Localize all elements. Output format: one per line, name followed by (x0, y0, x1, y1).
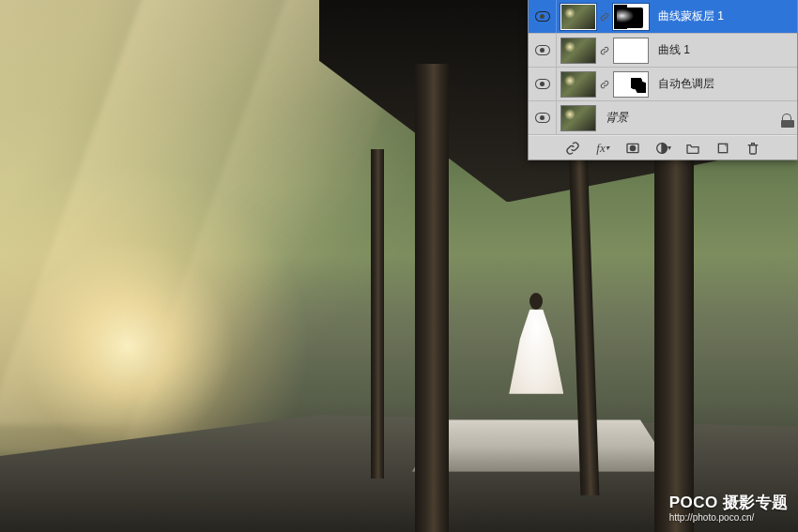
new-layer-button[interactable] (714, 140, 731, 157)
layer-thumbnail[interactable] (560, 4, 596, 30)
layer-label[interactable]: 自动色调层 (652, 76, 797, 92)
layer-label[interactable]: 背景 (600, 110, 776, 126)
link-icon (600, 44, 609, 57)
delete-layer-button[interactable] (744, 140, 761, 157)
layer-thumbnail[interactable] (560, 71, 596, 98)
layer-row[interactable]: 曲线 1 (529, 34, 797, 68)
visibility-toggle[interactable] (529, 68, 557, 100)
visibility-toggle[interactable] (529, 101, 557, 134)
visibility-toggle[interactable] (529, 34, 557, 67)
eye-icon (535, 11, 550, 22)
eye-icon (535, 79, 550, 89)
lock-indicator[interactable] (776, 114, 797, 123)
link-icon (600, 78, 609, 91)
pillar (371, 149, 384, 479)
layer-effects-button[interactable]: fx▾ (594, 140, 611, 157)
layer-row[interactable]: 自动色调层 (529, 68, 797, 101)
layers-panel: 曲线蒙板层 1 曲线 1 自动色调层 (528, 0, 798, 160)
layer-row[interactable]: 曲线蒙板层 1 (529, 0, 797, 34)
layer-mask-thumbnail[interactable] (613, 4, 649, 30)
person-figure (514, 293, 558, 394)
visibility-toggle[interactable] (529, 0, 557, 33)
link-icon (600, 10, 609, 23)
eye-icon (535, 45, 550, 55)
layer-mask-thumbnail[interactable] (613, 38, 649, 64)
new-adjustment-layer-button[interactable]: ▾ (654, 140, 671, 157)
pavilion-floor (412, 419, 673, 471)
layer-row[interactable]: 背景 (529, 101, 797, 135)
svg-point-1 (630, 145, 635, 150)
fx-icon: fx (596, 141, 605, 156)
lock-icon (782, 114, 791, 123)
layer-label[interactable]: 曲线 1 (652, 42, 797, 58)
link-layers-button[interactable] (564, 140, 581, 157)
add-mask-button[interactable] (624, 140, 641, 157)
watermark: POCO 摄影专题 http://photo.poco.cn/ (669, 494, 789, 523)
layer-thumbnail[interactable] (560, 38, 596, 64)
eye-icon (535, 113, 550, 123)
layer-label[interactable]: 曲线蒙板层 1 (652, 8, 797, 24)
layer-mask-thumbnail[interactable] (613, 71, 649, 98)
pillar (415, 64, 449, 532)
new-group-button[interactable] (684, 140, 701, 157)
layers-panel-toolbar: fx▾ ▾ (529, 135, 797, 160)
watermark-title: POCO 摄影专题 (669, 494, 789, 512)
watermark-url: http://photo.poco.cn/ (669, 512, 789, 524)
layer-thumbnail[interactable] (560, 105, 596, 131)
